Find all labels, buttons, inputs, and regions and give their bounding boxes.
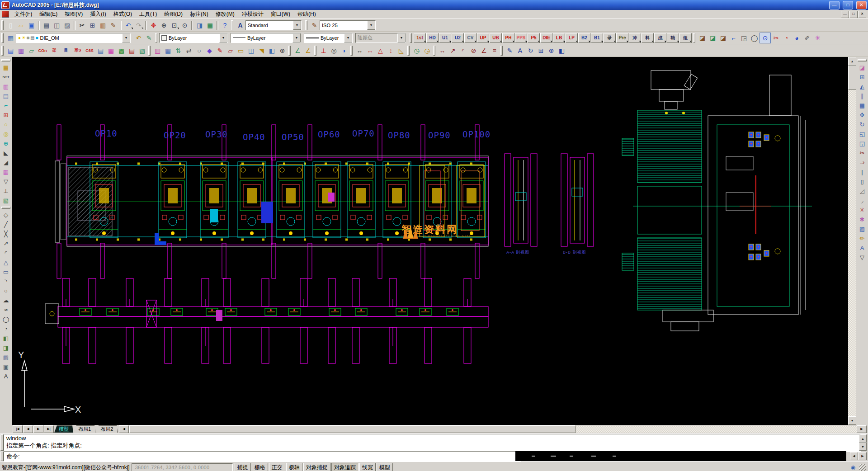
- lineweight-combo[interactable]: ByLayer ▼: [304, 33, 353, 43]
- gauge-tool-icon[interactable]: ◕: [792, 33, 802, 43]
- t-punch-icon[interactable]: ⊥: [318, 46, 329, 56]
- vertical-scroll-thumb[interactable]: [848, 66, 856, 90]
- dim-edit-icon[interactable]: ✎: [505, 46, 515, 56]
- cam-icon[interactable]: ◗: [339, 46, 349, 56]
- toolbar-grip[interactable]: [155, 33, 157, 43]
- btn-u1[interactable]: U1: [439, 33, 451, 43]
- trim-icon[interactable]: ✂: [857, 148, 867, 158]
- scroll-up-icon[interactable]: ▲: [859, 434, 867, 443]
- btn-ph[interactable]: PH: [502, 33, 514, 43]
- btn-lp[interactable]: LP: [566, 33, 578, 43]
- pan-icon[interactable]: ✥: [148, 20, 159, 30]
- sketch-tool-icon[interactable]: ✐: [802, 33, 812, 43]
- btn-lb[interactable]: LB: [553, 33, 565, 43]
- target-grid-icon[interactable]: ⊞: [1, 110, 11, 120]
- document-icon[interactable]: [2, 11, 9, 18]
- doc-restore-button[interactable]: □: [849, 11, 858, 18]
- concentric-icon[interactable]: ◎: [329, 46, 339, 56]
- doc-close-button[interactable]: ✕: [858, 11, 866, 18]
- circle-dot-icon[interactable]: ◎: [1, 129, 11, 139]
- explode-icon[interactable]: ✳: [857, 205, 867, 215]
- match-properties-icon[interactable]: ✎: [108, 20, 118, 30]
- combo-arrow-icon[interactable]: ▼: [293, 21, 301, 30]
- doc-minimize-button[interactable]: —: [841, 11, 849, 18]
- print-color-icon[interactable]: ▤: [95, 46, 106, 56]
- text-style-combo[interactable]: Standard ▼: [245, 20, 302, 30]
- bulb-icon[interactable]: ●: [18, 35, 21, 40]
- circle-tool-icon[interactable]: ○: [1, 120, 11, 129]
- zoom-realtime-icon[interactable]: ⊕: [159, 20, 169, 30]
- toggle-otrack[interactable]: 对象追踪: [331, 463, 359, 471]
- fan-tool-icon[interactable]: ◔: [781, 33, 792, 43]
- btn-p5[interactable]: P5: [528, 33, 540, 43]
- tab-model[interactable]: 模型: [54, 425, 73, 433]
- layer-colors-icon[interactable]: ▧: [1, 196, 11, 205]
- btn-up[interactable]: UP: [477, 33, 489, 43]
- sketch-icon[interactable]: ✏: [857, 234, 867, 243]
- compass-green-icon[interactable]: ◷: [411, 46, 422, 56]
- btn-lu[interactable]: 录: [604, 33, 616, 43]
- vertical-scrollbar[interactable]: ▲ ▼: [848, 57, 856, 425]
- dim-style-combo[interactable]: ISO-25 ▼: [320, 20, 376, 30]
- combo-arrow-icon[interactable]: ▼: [367, 21, 375, 30]
- toggle-model[interactable]: 模型: [377, 463, 393, 471]
- point-icon[interactable]: ◇: [1, 210, 11, 220]
- layer-color-swatch[interactable]: ■: [36, 35, 38, 40]
- tab-first-button[interactable]: |◀: [13, 425, 23, 433]
- rotate-icon[interactable]: ↻: [857, 120, 867, 129]
- btn-hd[interactable]: HD: [426, 33, 439, 43]
- break-icon[interactable]: ▯: [857, 177, 867, 186]
- menu-dimension[interactable]: 标注(N): [186, 10, 212, 19]
- combo-arrow-icon[interactable]: ▼: [219, 33, 227, 42]
- quick-dim-icon[interactable]: ≡: [489, 46, 500, 56]
- dan-s-icon[interactable]: 單S: [72, 46, 84, 56]
- btn-pre[interactable]: Pre: [616, 33, 628, 43]
- tab-prev-button[interactable]: ◀: [23, 425, 33, 433]
- resize-grip[interactable]: [859, 464, 866, 471]
- menu-edit[interactable]: 编辑(E): [36, 10, 61, 19]
- menu-draw[interactable]: 绘图(D): [160, 10, 186, 19]
- text-icon[interactable]: A: [1, 372, 11, 381]
- die-stamp-icon[interactable]: ▦: [1, 63, 11, 72]
- chip-brush-2-icon[interactable]: ◪: [708, 33, 718, 43]
- toggle-osnap[interactable]: 对象捕捉: [303, 463, 330, 471]
- move-icon[interactable]: ✥: [857, 110, 867, 120]
- layer-previous-icon[interactable]: ↶: [133, 33, 144, 43]
- extend-icon[interactable]: ⇒: [857, 158, 867, 167]
- frame-icon[interactable]: 架: [48, 46, 60, 56]
- btn-cheng[interactable]: 成: [654, 33, 666, 43]
- scroll-down-icon[interactable]: ▼: [848, 416, 856, 425]
- center-mark-icon[interactable]: ⊕: [546, 46, 557, 56]
- btn-cv[interactable]: CV: [464, 33, 476, 43]
- printer-icon[interactable]: ▤: [30, 35, 34, 40]
- scroll-right-icon[interactable]: ▶: [859, 452, 867, 460]
- ellipse-icon[interactable]: ◯: [1, 315, 11, 324]
- btn-b1[interactable]: B1: [591, 33, 603, 43]
- combo-arrow-icon[interactable]: ▼: [292, 33, 301, 42]
- btn-b2[interactable]: B2: [578, 33, 590, 43]
- punch-table-icon[interactable]: ▥: [1, 82, 11, 91]
- scroll-up-icon[interactable]: ▲: [848, 57, 856, 66]
- toolbar-grip[interactable]: [858, 59, 867, 61]
- bend-left-icon[interactable]: ◣: [1, 148, 11, 158]
- btn-pps[interactable]: PPS: [515, 33, 527, 43]
- probe-icon[interactable]: ◫: [246, 46, 256, 56]
- dim-text-edit-icon[interactable]: A: [515, 46, 525, 56]
- polyline-icon[interactable]: ↗: [1, 239, 11, 248]
- ellipse-arc-icon[interactable]: ◔: [1, 324, 11, 334]
- dim-h1-icon[interactable]: ↔: [354, 46, 365, 56]
- paste-icon[interactable]: ▥: [98, 20, 108, 30]
- folder-export-icon[interactable]: ▱: [26, 46, 37, 56]
- tab-layout1[interactable]: 布局1: [74, 425, 95, 433]
- plot-preview-icon[interactable]: ◫: [52, 20, 62, 30]
- toggle-grid[interactable]: 栅格: [252, 463, 268, 471]
- open-icon[interactable]: ▱: [16, 20, 26, 30]
- dim-ord-icon[interactable]: ◺: [396, 46, 406, 56]
- blend-icon[interactable]: ✱: [857, 215, 867, 224]
- color-bars-icon[interactable]: ▩: [116, 46, 127, 56]
- toolbar-grip[interactable]: [693, 33, 695, 43]
- toolbar-grip[interactable]: [433, 46, 435, 56]
- menu-file[interactable]: 文件(F): [11, 10, 36, 19]
- revcloud-icon[interactable]: ☁: [1, 296, 11, 305]
- btn-u2[interactable]: U2: [452, 33, 464, 43]
